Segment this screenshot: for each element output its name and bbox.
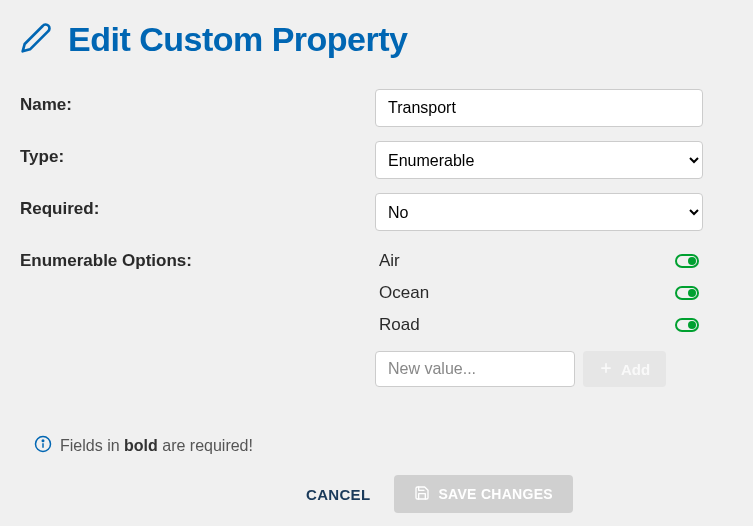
new-value-input[interactable] — [375, 351, 575, 387]
plus-icon — [599, 361, 613, 378]
option-label: Ocean — [379, 283, 429, 303]
add-option-row: Add — [375, 351, 703, 387]
dialog-header: Edit Custom Property — [20, 20, 733, 59]
toggle-switch[interactable] — [675, 254, 699, 268]
svg-point-4 — [42, 440, 44, 442]
save-button-label: SAVE CHANGES — [438, 486, 553, 502]
name-row: Name: — [20, 89, 733, 127]
info-icon — [34, 435, 52, 457]
dialog-actions: CANCEL SAVE CHANGES — [20, 475, 733, 513]
add-button[interactable]: Add — [583, 351, 666, 387]
option-item: Road — [375, 309, 703, 341]
hint-text: Fields in bold are required! — [60, 437, 253, 455]
options-row: Enumerable Options: Air Ocean Road — [20, 245, 733, 387]
required-label: Required: — [20, 193, 375, 219]
type-row: Type: Enumerable — [20, 141, 733, 179]
required-select[interactable]: No — [375, 193, 703, 231]
toggle-switch[interactable] — [675, 286, 699, 300]
pencil-icon — [20, 22, 52, 58]
option-item: Ocean — [375, 277, 703, 309]
required-hint: Fields in bold are required! — [34, 435, 733, 457]
options-label: Enumerable Options: — [20, 245, 375, 271]
required-row: Required: No — [20, 193, 733, 231]
add-button-label: Add — [621, 361, 650, 378]
type-select[interactable]: Enumerable — [375, 141, 703, 179]
type-label: Type: — [20, 141, 375, 167]
save-button[interactable]: SAVE CHANGES — [394, 475, 573, 513]
save-icon — [414, 485, 430, 504]
option-label: Road — [379, 315, 420, 335]
toggle-switch[interactable] — [675, 318, 699, 332]
name-label: Name: — [20, 89, 375, 115]
cancel-button[interactable]: CANCEL — [306, 486, 370, 503]
option-item: Air — [375, 245, 703, 277]
option-label: Air — [379, 251, 400, 271]
page-title: Edit Custom Property — [68, 20, 407, 59]
name-input[interactable] — [375, 89, 703, 127]
